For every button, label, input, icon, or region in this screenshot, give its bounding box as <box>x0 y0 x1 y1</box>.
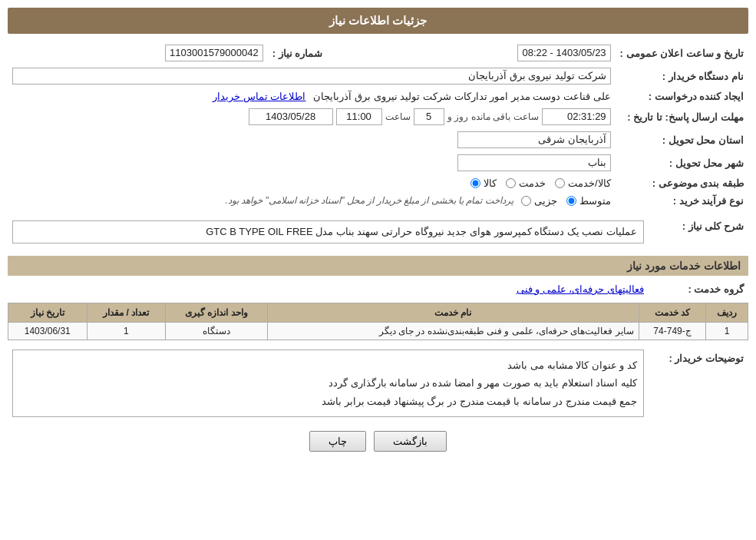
ejad-konande-link[interactable]: اطلاعات تماس خریدار <box>213 91 305 102</box>
sharh-koli-label: شرح کلی نیاز : <box>649 214 748 250</box>
col-tedad: تعداد / مقدار <box>87 303 165 323</box>
ostan-label: استان محل تحویل : <box>616 128 748 151</box>
radio-jozii[interactable]: جزیی <box>521 195 557 207</box>
description-line: جمع قیمت مندرج در سامانه با قیمت مندرج د… <box>19 393 637 410</box>
tarikh-label: تاریخ و ساعت اعلان عمومی : <box>616 41 748 65</box>
cell-vahed: دستگاه <box>165 323 267 340</box>
groupe-khadmat-label: گروه خدمت : <box>649 280 748 298</box>
groupe-khadmat-table: گروه خدمت : فعالیتهای حرفه‌ای، علمی و فن… <box>8 280 748 298</box>
tabaqe-label: طبقه بندی موضوعی : <box>616 174 748 192</box>
description-label: توضیحات خریدار : <box>649 346 748 420</box>
sharh-koli-value: عملیات نصب یک دستگاه کمپرسور هوای جدید ن… <box>12 220 644 243</box>
print-button[interactable]: چاپ <box>309 431 366 452</box>
mohlat-mande-label: ساعت باقی مانده <box>471 111 539 122</box>
cell-nam: سایر فعالیت‌های حرفه‌ای، علمی و فنی طبقه… <box>267 323 639 340</box>
cell-tedad: 1 <box>87 323 165 340</box>
groupe-khadmat-value[interactable]: فعالیتهای حرفه‌ای، علمی و فنی <box>517 283 644 295</box>
shahr-label: شهر محل تحویل : <box>616 151 748 174</box>
ejad-konande-label: ایجاد کننده درخواست : <box>616 88 748 105</box>
shomare-niaz-value: 1103001579000042 <box>165 45 263 61</box>
description-line: کد و عنوان کالا مشابه می باشد <box>19 356 637 374</box>
tarikh-value: 1403/05/23 - 08:22 <box>517 45 610 61</box>
services-section-header: اطلاعات خدمات مورد نیاز <box>8 256 748 276</box>
noe-farayand-label: نوع فرآیند خرید : <box>616 192 748 210</box>
ejad-konande-value: علی قناعت دوست مدیر امور تدارکات شرکت تو… <box>313 91 610 102</box>
mohlat-mande-value: 02:31:29 <box>542 108 611 125</box>
col-vahed: واحد اندازه گیری <box>165 303 267 323</box>
mohlat-saat-label: ساعت <box>385 111 411 122</box>
radio-motavaset[interactable]: متوسط <box>566 195 611 207</box>
nam-dastgah-label: نام دستگاه خریدار : <box>616 65 748 88</box>
ostan-value: آذربایجان شرقی <box>457 131 611 148</box>
radio-khadmat[interactable]: خدمت <box>506 177 546 189</box>
col-radif: ردیف <box>706 303 748 323</box>
col-kod: کد خدمت <box>639 303 706 323</box>
mohlat-roz-value: 5 <box>414 108 444 125</box>
mohlat-date-value: 1403/05/28 <box>249 108 333 125</box>
sharh-koli-table: شرح کلی نیاز : عملیات نصب یک دستگاه کمپر… <box>8 214 748 250</box>
farayand-note: پرداخت تمام یا بخشی از مبلغ خریدار از مح… <box>225 195 513 206</box>
back-button[interactable]: بازگشت <box>374 431 447 452</box>
nam-dastgah-value: شرکت تولید نیروی برق آذربایجان <box>12 68 611 84</box>
radio-kala[interactable]: کالا <box>470 177 497 189</box>
description-table: توضیحات خریدار : کد و عنوان کالا مشابه م… <box>8 346 748 420</box>
main-info-table: تاریخ و ساعت اعلان عمومی : 1403/05/23 - … <box>8 41 748 210</box>
shomare-niaz-label: شماره نیاز : <box>268 41 368 65</box>
services-table: ردیف کد خدمت نام خدمت واحد اندازه گیری ت… <box>8 303 748 340</box>
table-row: 1 ج-749-74 سایر فعالیت‌های حرفه‌ای، علمی… <box>8 323 748 340</box>
cell-tarikh: 1403/06/31 <box>8 323 87 340</box>
mohlat-label: مهلت ارسال پاسخ: تا تاریخ : <box>616 105 748 128</box>
button-row: بازگشت چاپ <box>8 431 748 452</box>
radio-kala-khadmat[interactable]: کالا/خدمت <box>555 177 611 189</box>
cell-kod: ج-749-74 <box>639 323 706 340</box>
shahr-value: بناب <box>457 154 611 171</box>
description-box: کد و عنوان کالا مشابه می باشدکلیه اسناد … <box>12 350 644 417</box>
col-nam: نام خدمت <box>267 303 639 323</box>
cell-radif: 1 <box>706 323 748 340</box>
description-line: کلیه اسناد استعلام باید به صورت مهر و ام… <box>19 374 637 392</box>
col-tarikh: تاریخ نیاز <box>8 303 87 323</box>
mohlat-roz-label-text: روز و <box>447 111 468 122</box>
page-header: جزئیات اطلاعات نیاز <box>8 8 748 34</box>
mohlat-saat-value: 11:00 <box>336 108 382 125</box>
